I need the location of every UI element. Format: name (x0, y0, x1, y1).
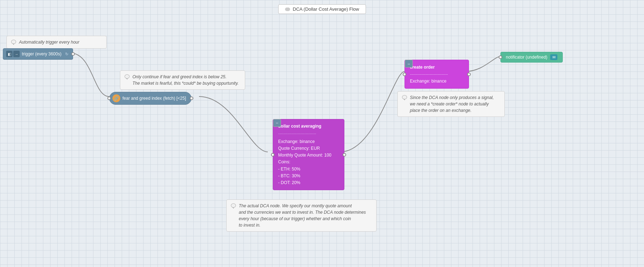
dca-comment: The actual DCA node. We specify our mont… (226, 199, 377, 232)
create-order-divider: ----------------------------- (410, 71, 464, 78)
dca-comment-line3: every hour (because of our trigger) whet… (239, 216, 366, 222)
dca-coins-label: Coins: (278, 159, 339, 165)
trigger-refresh-icon: ↻ (65, 52, 68, 56)
create-order-title: create order (410, 64, 464, 71)
create-order-input-port[interactable] (403, 73, 406, 76)
create-order-node[interactable]: ↔ create order -------------------------… (405, 60, 469, 89)
trigger-output-port[interactable] (71, 52, 75, 56)
create-order-output-port[interactable] (467, 73, 471, 76)
feargreed-node[interactable]: 🔗 fear and greed index (fetch) [<25] (109, 92, 192, 105)
notificator-input-port[interactable] (499, 55, 502, 59)
create-order-exchange: Exchange: binance (410, 78, 464, 85)
dca-coin3: - DOT: 20% (278, 179, 339, 186)
trigger-comment: Automatically trigger every hour (6, 36, 107, 49)
trigger-node[interactable]: ◧ → trigger (every 3600s) ↻ (3, 48, 73, 60)
create-order-comment: Since the DCA node only produces a signa… (397, 91, 505, 117)
create-order-icon: ↔ (405, 60, 413, 68)
feargreed-fetch-icon: 🔗 (112, 94, 120, 102)
trigger-icon-1: ◧ (6, 51, 13, 57)
create-order-comment-text: Since the DCA node only produces a signa… (410, 94, 494, 114)
dca-node-icon: ↔ (273, 119, 281, 127)
feargreed-comment-line2: The market is fearful, this *could* be b… (132, 80, 239, 86)
dca-comment-icon (231, 203, 236, 208)
trigger-label: trigger (every 3600s) (22, 51, 62, 56)
create-order-comment-line2: we need a *create order* node to actuall… (410, 101, 494, 107)
dca-node[interactable]: ↔ dollar cost averaging ----------------… (273, 119, 344, 190)
trigger-comment-icon (11, 40, 16, 44)
dca-comment-line2: and the currencies we want to invest in.… (239, 209, 366, 216)
dca-title: dollar cost averaging (278, 123, 339, 130)
feargreed-label: fear and greed index (fetch) [<25] (122, 96, 186, 101)
dca-comment-text: The actual DCA node. We specify our mont… (239, 203, 366, 228)
feargreed-comment-icon (125, 74, 130, 79)
dca-divider: ----------------------------- (278, 130, 339, 137)
feargreed-comment-text: Only continue if fear and greed index is… (132, 74, 239, 86)
create-order-comment-line3: place the order on an exchange. (410, 107, 494, 114)
flow-title-text: DCA (Dollar Cost Average) Flow (293, 6, 359, 12)
feargreed-comment: Only continue if fear and greed index is… (120, 70, 245, 90)
dca-comment-line1: The actual DCA node. We specify our mont… (239, 203, 366, 209)
dca-exchange: Exchange: binance (278, 138, 339, 145)
feargreed-output-port[interactable] (190, 97, 193, 100)
notificator-node[interactable]: notificator (undefined) ✉ (500, 52, 563, 63)
flow-canvas[interactable]: DCA (Dollar Cost Average) Flow Automatic… (0, 0, 644, 267)
trigger-comment-text: Automatically trigger every hour (19, 39, 79, 45)
dca-quote-currency: Quote Currency: EUR (278, 145, 339, 152)
feargreed-input-port[interactable] (107, 97, 111, 100)
feargreed-comment-line1: Only continue if fear and greed index is… (132, 74, 239, 80)
create-order-comment-line1: Since the DCA node only produces a signa… (410, 94, 494, 101)
trigger-icon-2: → (13, 51, 20, 57)
notificator-label: notificator (undefined) (506, 55, 547, 60)
flow-title: DCA (Dollar Cost Average) Flow (278, 4, 366, 14)
dca-coin1: - ETH: 50% (278, 166, 339, 173)
notificator-email-icon: ✉ (550, 54, 557, 60)
dca-output-port[interactable] (343, 153, 346, 157)
dca-coin2: - BTC: 30% (278, 173, 339, 179)
create-order-comment-icon (402, 95, 407, 99)
flow-title-icon (285, 8, 290, 11)
dca-comment-line4: to invest in. (239, 222, 366, 228)
dca-monthly-amount: Monthly Quote Amount: 100 (278, 152, 339, 159)
trigger-node-icons: ◧ → (6, 51, 20, 57)
dca-input-port[interactable] (271, 153, 275, 157)
